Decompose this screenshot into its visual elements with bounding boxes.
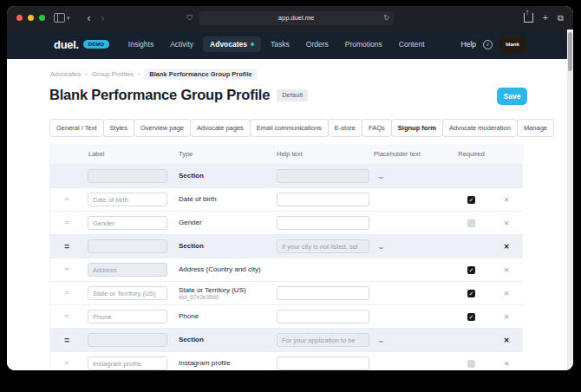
new-tab-button[interactable]: +	[543, 13, 548, 23]
share-icon[interactable]	[524, 13, 533, 23]
info-icon[interactable]: i	[483, 40, 493, 49]
help-text-input[interactable]	[277, 333, 369, 347]
tab-overview-icon[interactable]: ⧉	[558, 13, 564, 23]
drag-handle-icon[interactable]: =	[65, 219, 69, 227]
page-title: Blank Performance Group Profile	[49, 87, 270, 103]
drag-handle-icon[interactable]: =	[64, 336, 69, 345]
remove-row-button[interactable]: ✕	[504, 313, 510, 321]
chevron-down-icon[interactable]: ⌄	[376, 243, 385, 251]
field-row-date-of-birth: =Date of birth✓✕	[50, 187, 523, 211]
drag-handle-icon[interactable]: =	[65, 265, 69, 274]
tab-overview-page[interactable]: Overview page	[134, 119, 191, 137]
field-type-label: State or Territory (US)	[179, 286, 246, 294]
nav-item-insights[interactable]: Insights	[121, 36, 160, 52]
table-header: Label Type Help text Placeholder text Re…	[50, 144, 523, 164]
nav-item-activity[interactable]: Activity	[163, 36, 200, 52]
column-header-required: Required	[452, 150, 491, 158]
help-text-input[interactable]	[277, 356, 369, 370]
chevron-down-icon[interactable]: ⌄	[376, 173, 385, 180]
column-header-help-text: Help text	[270, 150, 369, 158]
label-input[interactable]	[88, 310, 167, 323]
label-input[interactable]	[88, 263, 167, 277]
help-text-input[interactable]	[277, 310, 369, 323]
tab-advocate-moderation[interactable]: Advocate moderation	[442, 119, 518, 137]
breadcrumb-item-advocates[interactable]: Advocates	[50, 70, 81, 78]
drag-handle-icon[interactable]: =	[65, 359, 69, 368]
save-button[interactable]: Save	[497, 88, 527, 105]
tab-styles[interactable]: Styles	[103, 119, 134, 137]
nav-item-content[interactable]: Content	[392, 36, 432, 52]
placeholder-cell	[369, 258, 452, 281]
default-badge: Default	[277, 89, 308, 101]
required-checkbox-checked[interactable]: ✓	[467, 266, 475, 274]
help-text-input[interactable]	[277, 286, 369, 300]
help-link[interactable]: Help	[461, 40, 476, 49]
tab-manage[interactable]: Manage	[517, 119, 554, 137]
help-text-input[interactable]	[277, 169, 369, 183]
nav-item-promotions[interactable]: Promotions	[338, 36, 389, 52]
remove-row-button[interactable]: ✕	[504, 266, 510, 274]
url-text: app.duel.me	[278, 14, 314, 22]
scrollbar-thumb[interactable]	[568, 32, 572, 71]
sidebar-toggle-icon[interactable]	[54, 13, 65, 23]
remove-row-button[interactable]: ✕	[504, 219, 510, 227]
remove-row-button[interactable]: ✕	[504, 360, 510, 368]
required-checkbox-unchecked[interactable]	[467, 219, 475, 227]
remove-row-button[interactable]: ✕	[504, 336, 510, 344]
signup-form-table: Label Type Help text Placeholder text Re…	[49, 144, 523, 370]
privacy-shield-icon[interactable]: 🛡	[186, 14, 193, 22]
required-checkbox-checked[interactable]: ✓	[467, 313, 475, 321]
breadcrumb-separator: ›	[85, 70, 88, 78]
nav-item-tasks[interactable]: Tasks	[264, 36, 297, 52]
required-checkbox-checked[interactable]: ✓	[467, 290, 475, 297]
label-input[interactable]	[88, 356, 167, 370]
back-button[interactable]: ‹	[82, 13, 96, 23]
page-content: Advocates›Group Profiles›Blank Performan…	[7, 59, 567, 370]
help-text-input[interactable]	[277, 193, 369, 206]
drag-handle-icon[interactable]: =	[65, 312, 69, 321]
forward-button[interactable]: ›	[96, 13, 110, 23]
address-bar[interactable]: app.duel.me ↻	[199, 11, 394, 25]
help-text-input[interactable]	[277, 239, 369, 253]
required-checkbox-unchecked[interactable]	[467, 360, 475, 368]
chevron-down-icon[interactable]: ▾	[67, 15, 70, 22]
required-checkbox-checked[interactable]: ✓	[467, 196, 475, 204]
breadcrumb-item-blank-performance-group-profile[interactable]: Blank Performance Group Profile	[144, 69, 257, 80]
reload-icon[interactable]: ↻	[383, 14, 389, 22]
tab-bar: General / TextStylesOverview pageAdvocat…	[49, 119, 567, 137]
minimize-window-button[interactable]	[28, 15, 34, 21]
label-input[interactable]	[88, 239, 167, 253]
close-window-button[interactable]	[16, 15, 23, 21]
tab-advocate-pages[interactable]: Advocate pages	[190, 119, 251, 137]
tab-signup-form[interactable]: Signup form	[391, 119, 443, 137]
field-type-label: Section	[179, 242, 204, 250]
label-input[interactable]	[88, 169, 167, 183]
breadcrumb-item-group-profiles[interactable]: Group Profiles	[92, 70, 134, 78]
label-input[interactable]	[88, 333, 167, 347]
zoom-window-button[interactable]	[39, 15, 45, 21]
tab-general-text[interactable]: General / Text	[49, 119, 104, 137]
chevron-down-icon[interactable]: ⌄	[376, 336, 385, 344]
duel-logo[interactable]: duel.	[54, 38, 79, 51]
label-input[interactable]	[88, 286, 167, 300]
nav-menu: InsightsActivityAdvocatesTasksOrdersProm…	[121, 36, 432, 52]
nav-item-advocates[interactable]: Advocates	[203, 36, 261, 52]
account-avatar[interactable]: blank	[499, 36, 526, 53]
field-row-address-country-and-city: =Address (Country and city)✓✕	[50, 258, 523, 281]
tab-faqs[interactable]: FAQs	[362, 119, 392, 137]
remove-row-button[interactable]: ✕	[504, 243, 510, 251]
field-type-label: Date of birth	[179, 195, 217, 203]
page-scrollbar[interactable]	[567, 29, 573, 370]
label-input[interactable]	[88, 216, 167, 230]
drag-handle-icon[interactable]: =	[65, 195, 69, 204]
remove-row-button[interactable]: ✕	[504, 290, 510, 297]
label-input[interactable]	[88, 193, 167, 206]
drag-handle-icon[interactable]: =	[64, 242, 69, 252]
drag-handle-icon[interactable]: =	[65, 289, 69, 297]
tab-e-store[interactable]: E-store	[328, 119, 362, 137]
tab-email-communications[interactable]: Email communications	[250, 119, 329, 137]
remove-row-button[interactable]: ✕	[504, 196, 510, 204]
help-text-input[interactable]	[277, 216, 369, 230]
nav-item-orders[interactable]: Orders	[299, 36, 336, 52]
section-row: =Section⌄✕	[50, 234, 523, 258]
